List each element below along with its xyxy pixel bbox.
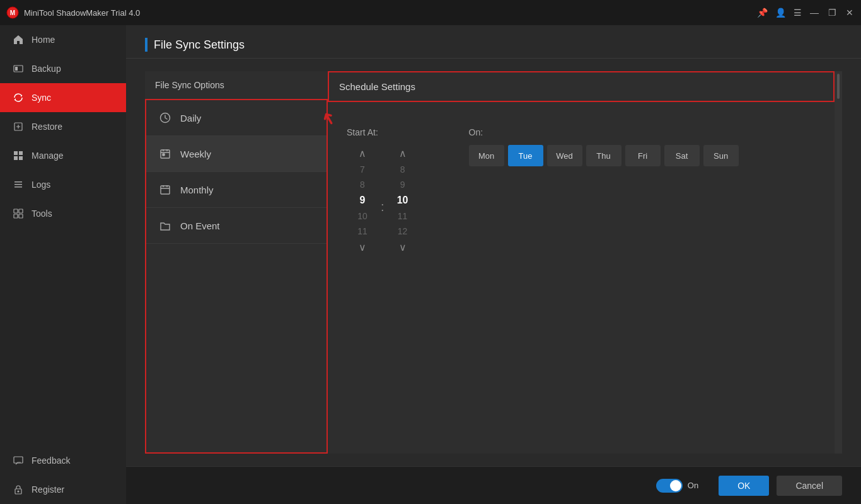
app-body: Home Backup Sync Restore Manage [0,25,861,504]
home-icon [13,34,24,45]
app-logo: M [6,6,19,19]
sidebar-label-logs: Logs [32,180,50,190]
on-toggle[interactable] [656,479,683,493]
minute-current: 10 [397,192,408,209]
svg-point-18 [18,491,19,492]
register-icon [13,484,24,495]
title-accent-bar [145,38,147,52]
day-wed[interactable]: Wed [547,145,582,166]
on-section: On: Mon Tue Wed Thu Fri Sat Sun [469,127,739,166]
hour-down-arrow[interactable]: ∨ [352,239,373,256]
on-label: On: [469,127,739,137]
sidebar-item-restore[interactable]: Restore [0,112,126,141]
content-area: File Sync Settings File Sync Options Dai… [126,25,861,504]
hour-above-1: 8 [360,177,365,192]
minute-up-arrow[interactable]: ∧ [393,145,413,162]
feedback-icon [13,455,24,466]
svg-rect-11 [14,186,22,188]
sidebar: Home Backup Sync Restore Manage [0,25,126,504]
restore-icon [13,121,24,132]
option-weekly[interactable]: Weekly [146,136,326,172]
day-mon[interactable]: Mon [469,145,504,166]
hour-below-2: 11 [357,224,367,239]
sidebar-item-backup[interactable]: Backup [0,54,126,83]
schedule-row: Start At: ∧ 7 8 9 10 [347,127,816,256]
minute-above-2: 8 [400,162,405,177]
sidebar-item-register[interactable]: Register [0,475,126,504]
svg-rect-6 [19,151,23,155]
option-daily[interactable]: Daily [146,100,326,136]
tools-icon [13,208,24,219]
user-icon[interactable]: 👤 [775,8,786,18]
hour-current: 9 [360,192,366,209]
day-tue[interactable]: Tue [508,145,543,166]
minute-column: ∧ 8 9 10 11 12 ∨ [387,145,419,256]
sidebar-label-register: Register [32,484,64,495]
day-sat[interactable]: Sat [664,145,700,166]
close-button[interactable]: ✕ [845,8,855,18]
calendar-month-icon [159,183,171,196]
start-at-section: Start At: ∧ 7 8 9 10 [347,127,419,256]
page-title: File Sync Settings [145,38,842,52]
svg-rect-3 [15,67,18,71]
sidebar-item-manage[interactable]: Manage [0,141,126,170]
pin-icon[interactable]: 📌 [757,8,768,18]
sidebar-label-home: Home [32,35,55,45]
sidebar-label-tools: Tools [32,209,52,219]
schedule-body: ➜ Start At: ∧ 7 [328,102,835,454]
schedule-header: Schedule Settings [328,71,835,102]
option-on-event[interactable]: On Event [146,208,326,244]
sidebar-item-home[interactable]: Home [0,25,126,54]
clock-icon [159,112,171,124]
option-monthly[interactable]: Monthly [146,172,326,208]
sidebar-label-backup: Backup [32,64,61,74]
sidebar-item-feedback[interactable]: Feedback [0,446,126,475]
restore-button[interactable]: ❐ [827,8,837,18]
start-at-label: Start At: [347,127,419,137]
sidebar-label-feedback: Feedback [32,455,70,466]
day-thu[interactable]: Thu [586,145,621,166]
hour-column: ∧ 7 8 9 10 11 ∨ [347,145,378,256]
page-header: File Sync Settings [126,25,861,59]
time-picker: ∧ 7 8 9 10 11 ∨ : [347,145,419,256]
title-bar: M MiniTool ShadowMaker Trial 4.0 📌 👤 ☰ —… [0,0,861,25]
minute-above-1: 9 [400,177,405,192]
ok-button[interactable]: OK [719,476,769,496]
options-header: File Sync Options [145,71,328,99]
day-fri[interactable]: Fri [625,145,661,166]
sidebar-item-logs[interactable]: Logs [0,170,126,199]
menu-icon[interactable]: ☰ [794,8,802,18]
svg-rect-22 [161,186,170,194]
sync-icon [13,92,24,103]
sidebar-bottom: Feedback Register [0,446,126,504]
page-title-text: File Sync Settings [154,38,245,52]
hour-above-2: 7 [360,162,365,177]
hour-up-arrow[interactable]: ∧ [352,145,373,162]
svg-rect-8 [19,156,23,160]
scrollbar[interactable] [835,71,842,454]
toggle-container: On [656,479,698,493]
svg-rect-14 [14,214,18,218]
days-row: Mon Tue Wed Thu Fri Sat Sun [469,145,739,166]
sidebar-item-tools[interactable]: Tools [0,199,126,228]
options-list: Daily Weekly Monthly [145,99,328,454]
sidebar-item-sync[interactable]: Sync [0,83,126,112]
svg-text:M: M [10,9,15,16]
folder-icon [159,219,171,232]
logs-icon [13,179,24,190]
sidebar-label-restore: Restore [32,122,62,132]
time-separator: : [378,200,387,214]
toggle-knob [670,480,681,491]
app-title: MiniTool ShadowMaker Trial 4.0 [24,8,757,18]
calendar-week-icon [159,147,171,160]
main-panels: File Sync Options Daily Weekly [126,59,861,466]
bottom-bar: On OK Cancel [126,466,861,504]
svg-rect-10 [14,184,22,185]
minimize-button[interactable]: — [809,8,819,18]
day-sun[interactable]: Sun [703,145,739,166]
cancel-button[interactable]: Cancel [777,476,842,496]
time-columns: ∧ 7 8 9 10 11 ∨ : [347,145,419,256]
minute-down-arrow[interactable]: ∨ [393,239,413,256]
window-controls: 📌 👤 ☰ — ❐ ✕ [757,8,855,18]
manage-icon [13,150,24,161]
